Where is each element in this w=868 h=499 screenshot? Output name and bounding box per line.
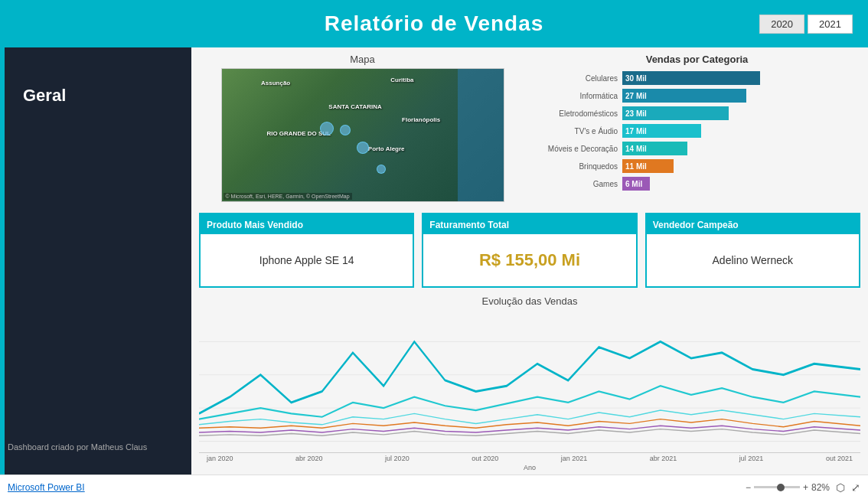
bar-value: 11 Mil: [625, 162, 647, 171]
map-credit: © Microsoft, Esri, HERE, Garmin, © OpenS…: [224, 193, 352, 200]
map-background: Assunção Curitiba SANTA CATARINA Florian…: [222, 69, 504, 201]
powerbi-link[interactable]: Microsoft Power BI: [8, 482, 85, 493]
line-chart-title: Evolução das Vendas: [199, 295, 860, 307]
x-axis-label: jan 2021: [561, 455, 588, 462]
map-label-santa-catarina: SANTA CATARINA: [328, 103, 381, 110]
header: Relatório de Vendas 2020 2021: [0, 0, 868, 47]
zoom-plus-icon[interactable]: +: [803, 482, 808, 493]
bar-label: TV's e Áudio: [534, 127, 618, 135]
bar-row: Móveis e Decoração 14 Mil: [534, 142, 860, 155]
kpi-card-body-produto: Iphone Apple SE 14: [201, 234, 413, 286]
kpi-card-body-vendedor: Adelino Werneck: [647, 234, 859, 286]
zoom-controls: − + 82%: [746, 482, 830, 493]
x-axis-label: jan 2020: [207, 455, 233, 462]
year-button-2021[interactable]: 2021: [808, 15, 853, 34]
kpi-header-text-vendedor: Vendedor Campeão: [653, 220, 739, 230]
bar-fill: 27 Mil: [622, 89, 746, 103]
kpi-card-header-vendedor: Vendedor Campeão: [647, 214, 859, 234]
x-axis-label: jul 2020: [385, 455, 410, 462]
top-section: Mapa Assunção Curitiba SANTA CATARINA Fl…: [191, 47, 868, 208]
x-axis-label: jul 2021: [739, 455, 764, 462]
bar-value: 30 Mil: [625, 74, 647, 83]
year-button-group: 2020 2021: [759, 15, 853, 34]
zoom-thumb: [777, 484, 785, 491]
bar-track: 17 Mil: [622, 124, 860, 138]
fullscreen-icon[interactable]: ⤢: [851, 481, 860, 494]
share-icon[interactable]: ⬡: [836, 481, 845, 494]
map-dot-1: [320, 122, 334, 135]
map-dot-2: [340, 125, 351, 135]
bar-chart-rows: Celulares 30 Mil Informática 27 Mil Elet…: [534, 71, 860, 191]
kpi-card-header-produto: Produto Mais Vendido: [201, 214, 413, 234]
bar-fill: 11 Mil: [622, 159, 674, 173]
bar-value: 14 Mil: [625, 145, 647, 153]
bar-row: Informática 27 Mil: [534, 89, 860, 103]
bar-fill: 23 Mil: [622, 106, 729, 120]
x-axis-title: Ano: [199, 464, 860, 471]
bar-row: Eletrodomésticos 23 Mil: [534, 106, 860, 120]
map-water-east: [458, 69, 504, 201]
bottom-bar: Microsoft Power BI − + 82% ⬡ ⤢: [0, 475, 868, 499]
kpi-card-faturamento: Faturamento Total R$ 155,00 Mi: [422, 213, 637, 288]
kpi-value-faturamento: R$ 155,00 Mi: [479, 250, 580, 270]
bar-row: Celulares 30 Mil: [534, 71, 860, 85]
x-axis-label: out 2020: [472, 455, 498, 462]
content-area: Mapa Assunção Curitiba SANTA CATARINA Fl…: [191, 47, 868, 475]
zoom-minus-icon[interactable]: −: [746, 482, 751, 493]
kpi-card-vendedor: Vendedor Campeão Adelino Werneck: [645, 213, 860, 288]
bar-label: Móveis e Decoração: [534, 145, 618, 153]
bar-track: 27 Mil: [622, 89, 860, 103]
bar-track: 6 Mil: [622, 177, 860, 191]
map-panel: Mapa Assunção Curitiba SANTA CATARINA Fl…: [199, 54, 526, 202]
page-title: Relatório de Vendas: [325, 11, 544, 36]
bar-value: 27 Mil: [625, 92, 647, 100]
kpi-card-header-faturamento: Faturamento Total: [423, 214, 635, 234]
kpi-header-text-faturamento: Faturamento Total: [429, 220, 509, 230]
sidebar-label: Geral: [23, 86, 66, 106]
map-container[interactable]: Assunção Curitiba SANTA CATARINA Florian…: [221, 68, 504, 202]
bar-fill: 30 Mil: [622, 71, 760, 85]
bar-chart-title: Vendas por Categoria: [534, 54, 860, 65]
bar-row: Brinquedos 11 Mil: [534, 159, 860, 173]
zoom-slider[interactable]: [754, 486, 800, 488]
map-label-porto-alegre: Porto Alegre: [368, 145, 405, 152]
kpi-header-text-produto: Produto Mais Vendido: [207, 220, 303, 230]
map-label-florianopolis: Florianópolis: [402, 116, 440, 123]
sidebar-footer: Dashboard criado por Matheus Claus: [8, 442, 147, 452]
bar-value: 23 Mil: [625, 109, 647, 118]
bar-label: Celulares: [534, 74, 618, 83]
kpi-card-body-faturamento: R$ 155,00 Mi: [423, 234, 635, 286]
kpi-card-produto: Produto Mais Vendido Iphone Apple SE 14: [199, 213, 414, 288]
bar-value: 17 Mil: [625, 127, 647, 135]
kpi-section: Produto Mais Vendido Iphone Apple SE 14 …: [191, 208, 868, 292]
sidebar-accent: [0, 47, 5, 475]
line-chart-svg: [199, 308, 860, 452]
sidebar: Geral Dashboard criado por Matheus Claus: [0, 47, 191, 475]
bar-label: Brinquedos: [534, 162, 618, 171]
line-chart-panel: Evolução das Vendas: [191, 292, 868, 475]
bar-chart-panel: Vendas por Categoria Celulares 30 Mil In…: [526, 54, 860, 202]
bar-track: 30 Mil: [622, 71, 860, 85]
line-chart-area: [199, 308, 860, 453]
x-axis-label: abr 2020: [295, 455, 323, 462]
kpi-value-produto: Iphone Apple SE 14: [259, 254, 354, 266]
x-axis-labels: jan 2020abr 2020jul 2020out 2020jan 2021…: [199, 453, 860, 464]
bar-track: 11 Mil: [622, 159, 860, 173]
map-label-assuncao: Assunção: [261, 80, 290, 86]
bar-label: Eletrodomésticos: [534, 109, 618, 118]
bottom-right-controls: − + 82% ⬡ ⤢: [746, 481, 860, 494]
year-button-2020[interactable]: 2020: [759, 15, 804, 34]
bar-track: 23 Mil: [622, 106, 860, 120]
bar-fill: 14 Mil: [622, 142, 687, 155]
zoom-percentage: 82%: [811, 482, 830, 493]
bar-value: 6 Mil: [625, 180, 642, 188]
kpi-value-vendedor: Adelino Werneck: [713, 254, 794, 266]
bar-row: TV's e Áudio 17 Mil: [534, 124, 860, 138]
map-dot-3: [357, 142, 369, 154]
x-axis-label: out 2021: [826, 455, 853, 462]
map-title: Mapa: [350, 54, 375, 65]
bar-track: 14 Mil: [622, 142, 860, 155]
bar-fill: 17 Mil: [622, 124, 701, 138]
x-axis-label: abr 2021: [650, 455, 677, 462]
map-label-curitiba: Curitiba: [390, 77, 413, 83]
